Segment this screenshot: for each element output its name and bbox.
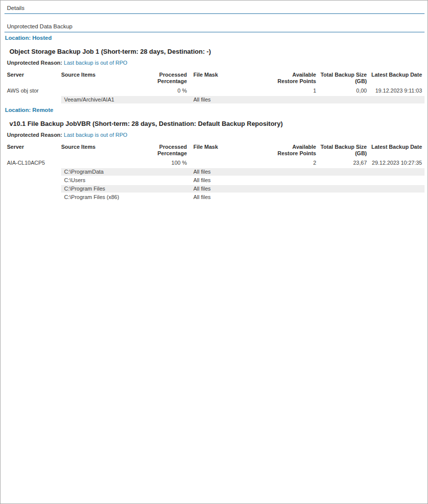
col-header-file-mask: File Mask	[187, 72, 276, 85]
processed-percentage-value: 100 %	[150, 159, 187, 167]
table-header-row: Server Source Items Processed Percentage…	[7, 144, 425, 157]
source-item-path: C:\Program Files	[64, 185, 193, 193]
source-items-cell	[61, 87, 150, 95]
source-item-path: Veeam/Archive/AIA1	[64, 96, 193, 103]
server-name: AWS obj stor	[7, 87, 61, 95]
col-header-total-backup-size: Total Backup Size (GB)	[316, 72, 367, 85]
file-mask-value: All files	[193, 185, 425, 193]
available-restore-points-value: 2	[276, 159, 316, 167]
unprotected-reason-link[interactable]: Last backup is out of RPO	[64, 60, 127, 66]
table-header-row: Server Source Items Processed Percentage…	[7, 72, 425, 85]
details-section-title: Details	[4, 5, 425, 14]
unprotected-reason-label: Unprotected Reason:	[7, 132, 62, 138]
list-item: C:\Users All files	[61, 177, 425, 184]
source-items-list: C:\ProgramData All files C:\Users All fi…	[61, 168, 425, 201]
table-row: AWS obj stor 0 % 1 0,00 19.12.2023 9:11:…	[7, 87, 425, 95]
list-item: C:\Program Files All files	[61, 185, 425, 193]
report-details-page: Details Unprotected Data Backup Location…	[0, 0, 428, 504]
available-restore-points-value: 1	[276, 87, 316, 95]
col-header-available-restore-points: Available Restore Points	[276, 144, 316, 157]
server-name: AIA-CL10ACP5	[7, 159, 61, 167]
file-mask-value: All files	[193, 96, 425, 103]
source-items-list: Veeam/Archive/AIA1 All files	[61, 96, 425, 103]
col-header-server: Server	[7, 144, 61, 157]
file-mask-value: All files	[193, 177, 425, 184]
file-mask-value: All files	[193, 168, 425, 176]
col-header-latest-backup-date: Latest Backup Date	[367, 72, 422, 85]
col-header-latest-backup-date: Latest Backup Date	[367, 144, 422, 157]
source-item-path: C:\Users	[64, 177, 193, 184]
list-item: C:\ProgramData All files	[61, 168, 425, 176]
col-header-server: Server	[7, 72, 61, 85]
source-item-path: C:\ProgramData	[64, 168, 193, 176]
list-item: Veeam/Archive/AIA1 All files	[61, 96, 425, 103]
source-items-cell	[61, 159, 150, 167]
processed-percentage-value: 0 %	[150, 87, 187, 95]
latest-backup-date-value: 29.12.2023 10:27:35	[367, 159, 422, 167]
location-hosted-label: Location: Hosted	[5, 35, 425, 41]
file-mask-cell	[187, 87, 276, 95]
unprotected-reason-label: Unprotected Reason:	[7, 60, 62, 66]
location-remote-label: Location: Remote	[5, 107, 425, 113]
col-header-file-mask: File Mask	[187, 144, 276, 157]
col-header-source-items: Source Items	[61, 144, 150, 157]
col-header-processed-percentage: Processed Percentage	[150, 144, 187, 157]
report-content: Details Unprotected Data Backup Location…	[0, 0, 428, 201]
job-title-object-storage: Object Storage Backup Job 1 (Short-term:…	[9, 48, 425, 55]
unprotected-data-backup-section-title: Unprotected Data Backup	[4, 23, 425, 32]
source-item-path: C:\Program Files (x86)	[64, 194, 193, 201]
col-header-total-backup-size: Total Backup Size (GB)	[316, 144, 367, 157]
list-item: C:\Program Files (x86) All files	[61, 194, 425, 201]
table-row: AIA-CL10ACP5 100 % 2 23,67 29.12.2023 10…	[7, 159, 425, 167]
file-mask-value: All files	[193, 194, 425, 201]
unprotected-reason-link[interactable]: Last backup is out of RPO	[64, 132, 127, 138]
col-header-available-restore-points: Available Restore Points	[276, 72, 316, 85]
file-mask-cell	[187, 159, 276, 167]
col-header-processed-percentage: Processed Percentage	[150, 72, 187, 85]
unprotected-reason-row: Unprotected Reason: Last backup is out o…	[7, 60, 425, 66]
total-backup-size-value: 23,67	[316, 159, 367, 167]
col-header-source-items: Source Items	[61, 72, 150, 85]
job-title-file-backup: v10.1 File Backup JobVBR (Short-term: 28…	[9, 120, 425, 127]
unprotected-reason-row: Unprotected Reason: Last backup is out o…	[7, 132, 425, 138]
total-backup-size-value: 0,00	[316, 87, 367, 95]
latest-backup-date-value: 19.12.2023 9:11:03	[367, 87, 422, 95]
